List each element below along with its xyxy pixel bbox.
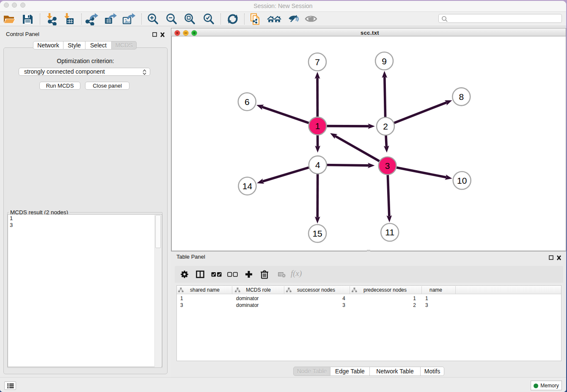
svg-text:6: 6: [245, 97, 250, 107]
svg-text:9: 9: [382, 56, 387, 66]
svg-text:15: 15: [312, 229, 322, 238]
svg-text:14: 14: [242, 181, 253, 191]
svg-text:11: 11: [385, 227, 394, 237]
svg-text:8: 8: [459, 92, 464, 102]
svg-text:3: 3: [385, 161, 390, 171]
svg-text:1: 1: [315, 121, 320, 131]
svg-text:10: 10: [457, 176, 467, 185]
svg-text:7: 7: [315, 57, 320, 67]
svg-text:2: 2: [383, 121, 388, 131]
svg-text:4: 4: [315, 160, 320, 170]
